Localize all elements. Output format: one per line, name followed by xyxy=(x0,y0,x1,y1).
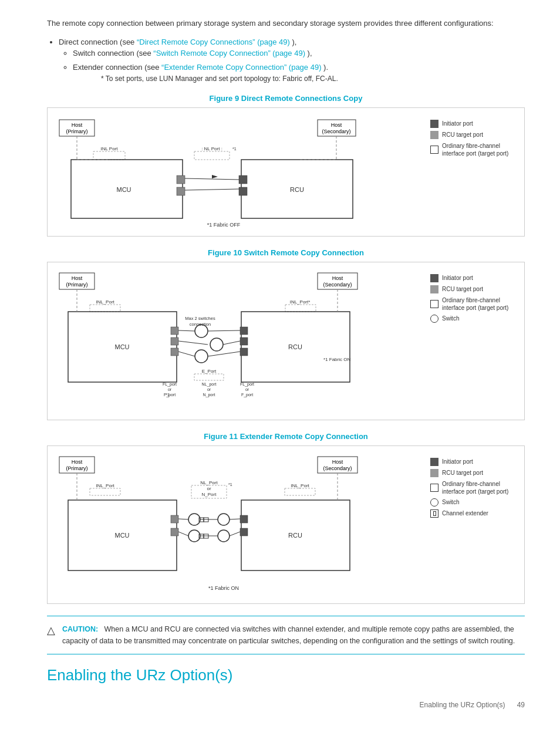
svg-point-98 xyxy=(188,530,200,542)
bullet-direct: Direct connection (see “Direct Remote Co… xyxy=(59,36,525,85)
svg-rect-45 xyxy=(240,337,248,345)
legend10-initiator: Initiator port xyxy=(430,274,518,282)
svg-rect-42 xyxy=(171,337,178,345)
caution-icon: △ xyxy=(47,624,55,637)
svg-line-107 xyxy=(230,532,240,536)
svg-text:Host: Host xyxy=(332,275,343,281)
svg-rect-80 xyxy=(90,488,120,495)
sub-bullet-extender: Extender connection (see “Extender Remot… xyxy=(73,62,525,85)
link-extender[interactable]: “Extender Remote Copy Connection” (page … xyxy=(161,63,321,72)
caution-body: When a MCU and RCU are connected via swi… xyxy=(62,625,515,645)
svg-rect-51 xyxy=(194,374,224,380)
page-footer: Enabling the URz Option(s) 49 xyxy=(47,696,525,709)
svg-text:connection: connection xyxy=(190,322,211,327)
svg-text:NL_port: NL_port xyxy=(202,382,217,387)
legend-initiator: Initiator port xyxy=(430,120,518,128)
svg-text:MCU: MCU xyxy=(114,343,129,350)
figure9-legend: Initiator port RCU target port Ordinary … xyxy=(424,114,518,160)
svg-text:*1 Fabric ON: *1 Fabric ON xyxy=(208,585,239,591)
legend11-initiator: Initiator port xyxy=(430,458,518,466)
svg-text:(Primary): (Primary) xyxy=(66,465,88,471)
svg-text:(Primary): (Primary) xyxy=(66,129,88,134)
svg-text:RCU: RCU xyxy=(288,343,302,350)
figure10-diagram: Host (Primary) Host (Secondary) INL_Port… xyxy=(53,268,424,420)
svg-text:*1: *1 xyxy=(228,482,232,487)
svg-text:INL_Port: INL_Port xyxy=(291,483,309,488)
svg-rect-41 xyxy=(171,327,178,335)
svg-text:Host: Host xyxy=(331,122,342,128)
svg-point-97 xyxy=(218,514,230,525)
svg-rect-92 xyxy=(171,515,178,523)
svg-text:(Primary): (Primary) xyxy=(66,282,88,288)
legend10-rcu: RCU target port xyxy=(430,285,518,293)
caution-section: △ CAUTION: When a MCU and RCU are connec… xyxy=(47,616,525,654)
svg-rect-18 xyxy=(239,187,247,195)
svg-text:F_port: F_port xyxy=(241,393,253,397)
svg-text:*1 Fabric ON: *1 Fabric ON xyxy=(323,357,350,362)
figure9-svg: Host (Primary) INL Port : NL Port : *1 M… xyxy=(53,114,394,231)
figure9-diagram: Host (Primary) INL Port : NL Port : *1 M… xyxy=(53,114,424,233)
svg-text:or: or xyxy=(207,387,211,391)
svg-text:RCU: RCU xyxy=(288,532,302,539)
svg-rect-46 xyxy=(240,348,248,356)
svg-text:(Secondary): (Secondary) xyxy=(322,129,350,134)
svg-text:Max 2 switches: Max 2 switches xyxy=(185,316,215,321)
svg-text:MCU: MCU xyxy=(116,186,131,193)
svg-text:N_port: N_port xyxy=(203,393,215,397)
figure11-legend: Initiator port RCU target port Ordinary … xyxy=(424,452,518,521)
svg-point-48 xyxy=(210,338,223,351)
svg-rect-16 xyxy=(177,187,185,195)
footer-text: Enabling the URz Option(s) xyxy=(420,701,505,709)
svg-line-19 xyxy=(185,178,239,180)
svg-text:*1: *1 xyxy=(166,393,170,397)
intro-paragraph: The remote copy connection between prima… xyxy=(47,18,525,29)
svg-text:FL_port: FL_port xyxy=(163,382,177,387)
svg-text:: NL Port :: : NL Port : xyxy=(201,146,222,151)
figure10-title: Figure 10 Switch Remote Copy Connection xyxy=(47,248,525,257)
figure11-container: Host (Primary) Host (Secondary) INL_Port… xyxy=(47,445,525,604)
svg-rect-17 xyxy=(239,175,247,184)
svg-rect-34 xyxy=(90,305,120,312)
svg-line-57 xyxy=(208,330,240,331)
svg-line-59 xyxy=(208,352,240,356)
svg-text:*1: *1 xyxy=(232,147,237,151)
legend10-switch: Switch xyxy=(430,315,518,323)
link-direct[interactable]: “Direct Remote Copy Connections” (page 4… xyxy=(137,38,290,46)
svg-text:INL_Port*: INL_Port* xyxy=(290,299,311,305)
svg-rect-36 xyxy=(285,305,316,312)
sub-bullet-switch: Switch connection (see “Switch Remote Co… xyxy=(73,48,525,59)
svg-rect-15 xyxy=(177,175,185,184)
figure9-title: Figure 9 Direct Remote Connections Copy xyxy=(47,94,525,103)
legend11-switch: Switch xyxy=(430,498,518,507)
svg-line-58 xyxy=(223,341,240,345)
svg-text:or: or xyxy=(168,387,172,391)
legend-ordinary: Ordinary fibre-channel interface port (t… xyxy=(430,142,518,157)
link-switch[interactable]: “Switch Remote Copy Connection” (page 49… xyxy=(153,49,305,58)
svg-line-105 xyxy=(178,532,188,536)
svg-text:INL_Port: INL_Port xyxy=(96,483,114,488)
svg-text:(Secondary): (Secondary) xyxy=(323,465,352,471)
figure9-container: Host (Primary) INL Port : NL Port : *1 M… xyxy=(47,107,525,237)
figure11-diagram: Host (Primary) Host (Secondary) INL_Port… xyxy=(53,452,424,600)
svg-text:INL_Port: INL_Port xyxy=(96,299,114,305)
sub-bullet-list: Switch connection (see “Switch Remote Co… xyxy=(73,48,525,85)
svg-text:or: or xyxy=(245,387,249,391)
svg-text:(Secondary): (Secondary) xyxy=(323,282,352,288)
svg-text:*1 Fabric OFF: *1 Fabric OFF xyxy=(207,222,241,228)
svg-text:E_Port: E_Port xyxy=(202,369,217,374)
footer-page: 49 xyxy=(517,701,525,709)
figure11-svg: Host (Primary) Host (Secondary) INL_Port… xyxy=(53,452,400,599)
svg-point-96 xyxy=(188,514,200,525)
svg-rect-4 xyxy=(93,151,125,160)
svg-line-104 xyxy=(178,519,188,519)
figure11-title: Figure 11 Extender Remote Copy Connectio… xyxy=(47,432,525,441)
svg-text:N_Port: N_Port xyxy=(202,492,217,497)
svg-line-54 xyxy=(178,330,195,331)
svg-rect-87 xyxy=(285,488,315,495)
main-bullet-list: Direct connection (see “Direct Remote Co… xyxy=(59,36,525,85)
caution-label: CAUTION: xyxy=(62,625,98,633)
legend10-ordinary: Ordinary fibre-channel interface port (t… xyxy=(430,296,518,312)
svg-text:FL_port: FL_port xyxy=(240,382,254,387)
svg-marker-21 xyxy=(212,175,218,178)
svg-text:Host: Host xyxy=(332,459,343,465)
